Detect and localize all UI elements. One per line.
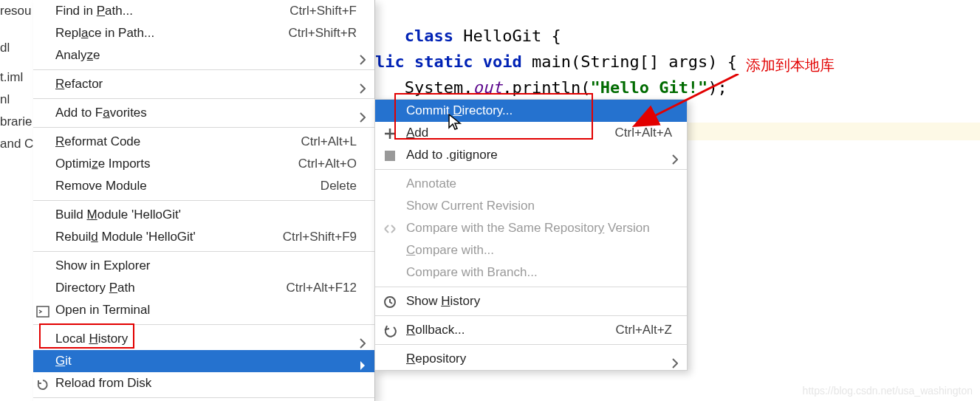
commit-directory-item[interactable]: Commit Directory... xyxy=(375,100,687,122)
show-history-item[interactable]: Show History xyxy=(375,290,687,312)
watermark: https://blog.csdn.net/usa_washington xyxy=(803,385,973,397)
repository-label: Repository xyxy=(406,352,466,366)
analyze-item[interactable]: Analyze xyxy=(33,44,374,66)
chevron-right-icon xyxy=(360,79,366,89)
chevron-right-icon xyxy=(360,334,366,344)
replace-in-path-shortcut: Ctrl+Shift+R xyxy=(288,22,357,44)
local-history-label: Local History xyxy=(55,332,128,346)
repository-item[interactable]: Repository xyxy=(375,348,687,370)
optimize-shortcut: Ctrl+Alt+O xyxy=(298,153,357,175)
directory-path-shortcut: Ctrl+Alt+F12 xyxy=(287,277,357,299)
chevron-right-icon xyxy=(360,356,366,366)
show-rev-label: Show Current Revision xyxy=(406,199,535,213)
mouse-cursor-icon xyxy=(447,113,463,137)
reload-from-disk-item[interactable]: Reload from Disk xyxy=(33,372,374,394)
cmp-repo-label: Compare with the Same Repository Version xyxy=(406,221,650,235)
refresh-icon xyxy=(36,377,49,390)
chevron-right-icon xyxy=(672,150,678,160)
context-menu: Find in Path... Ctrl+Shift+F Replace in … xyxy=(33,0,375,401)
optimize-label: Optimize Imports xyxy=(55,157,150,171)
show-in-explorer-item[interactable]: Show in Explorer xyxy=(33,255,374,277)
git-label: Git xyxy=(55,354,72,368)
plus-icon xyxy=(383,126,397,141)
remove-module-label: Remove Module xyxy=(55,179,147,193)
rebuild-module-label: Rebuild Module 'HelloGit' xyxy=(55,230,196,244)
build-module-label: Build Module 'HelloGit' xyxy=(55,208,181,222)
add-to-favorites-label: Add to Favorites xyxy=(55,106,147,120)
build-module-item[interactable]: Build Module 'HelloGit' xyxy=(33,204,374,226)
directory-path-item[interactable]: Directory Path Ctrl+Alt+F12 xyxy=(33,277,374,299)
git-add-shortcut: Ctrl+Alt+A xyxy=(615,122,672,144)
open-terminal-label: Open in Terminal xyxy=(55,303,150,317)
compare-repo-item: Compare with the Same Repository Version xyxy=(375,217,687,239)
project-tree-partial: resou dl t.iml nl brarie and C xyxy=(0,0,32,155)
rollback-icon xyxy=(383,323,397,338)
annotate-label: Annotate xyxy=(406,176,456,191)
diff-icon xyxy=(383,222,397,236)
annotate-item: Annotate xyxy=(375,173,687,195)
add-to-favorites-item[interactable]: Add to Favorites xyxy=(33,102,374,124)
terminal-icon xyxy=(36,304,49,317)
rollback-label: Rollback... xyxy=(406,323,465,337)
remove-module-shortcut: Delete xyxy=(321,175,357,197)
gitignore-icon xyxy=(383,148,397,163)
compare-branch-item: Compare with Branch... xyxy=(375,261,687,284)
clock-icon xyxy=(383,295,397,309)
find-in-path-shortcut: Ctrl+Shift+F xyxy=(289,0,357,22)
git-item[interactable]: Git xyxy=(33,350,374,372)
svg-rect-1 xyxy=(385,151,395,161)
find-in-path-label: Find in Path... xyxy=(55,4,133,18)
optimize-imports-item[interactable]: Optimize Imports Ctrl+Alt+O xyxy=(33,153,374,175)
directory-path-label: Directory Path xyxy=(55,281,135,295)
rebuild-shortcut: Ctrl+Shift+F9 xyxy=(283,226,357,248)
annotation-text: 添加到本地库 xyxy=(746,55,835,75)
find-in-path-item[interactable]: Find in Path... Ctrl+Shift+F xyxy=(33,0,374,22)
local-history-item[interactable]: Local History xyxy=(33,328,374,350)
replace-in-path-label: Replace in Path... xyxy=(55,26,154,40)
cmp-with-label: Compare with... xyxy=(406,243,494,257)
rollback-item[interactable]: Rollback... Ctrl+Alt+Z xyxy=(375,319,687,341)
cmp-branch-label: Compare with Branch... xyxy=(406,265,538,279)
reload-label: Reload from Disk xyxy=(55,376,151,390)
rollback-shortcut: Ctrl+Alt+Z xyxy=(615,319,672,341)
refactor-label: Refactor xyxy=(55,77,103,91)
add-gitignore-label: Add to .gitignore xyxy=(406,148,498,162)
refactor-item[interactable]: Refactor xyxy=(33,73,374,95)
remove-module-item[interactable]: Remove Module Delete xyxy=(33,175,374,197)
git-add-label: Add xyxy=(406,126,428,140)
analyze-label: Analyze xyxy=(55,48,100,62)
rebuild-module-item[interactable]: Rebuild Module 'HelloGit' Ctrl+Shift+F9 xyxy=(33,226,374,248)
compare-with-submenu-item: Compare with... xyxy=(375,239,687,261)
add-gitignore-item[interactable]: Add to .gitignore xyxy=(375,144,687,166)
show-history-label: Show History xyxy=(406,294,480,308)
chevron-right-icon xyxy=(360,50,366,61)
replace-in-path-item[interactable]: Replace in Path... Ctrl+Shift+R xyxy=(33,22,374,44)
highlight-strip xyxy=(687,123,980,140)
show-current-revision-item: Show Current Revision xyxy=(375,195,687,217)
chevron-right-icon xyxy=(360,108,366,118)
svg-rect-0 xyxy=(37,306,49,317)
reformat-shortcut: Ctrl+Alt+L xyxy=(301,131,357,153)
reformat-label: Reformat Code xyxy=(55,134,140,148)
show-explorer-label: Show in Explorer xyxy=(55,258,151,273)
git-submenu: Commit Directory... Add Ctrl+Alt+A Add t… xyxy=(374,99,688,371)
reformat-code-item[interactable]: Reformat Code Ctrl+Alt+L xyxy=(33,131,374,153)
chevron-right-icon xyxy=(672,354,678,364)
open-terminal-item[interactable]: Open in Terminal xyxy=(33,299,374,321)
git-add-item[interactable]: Add Ctrl+Alt+A xyxy=(375,122,687,144)
